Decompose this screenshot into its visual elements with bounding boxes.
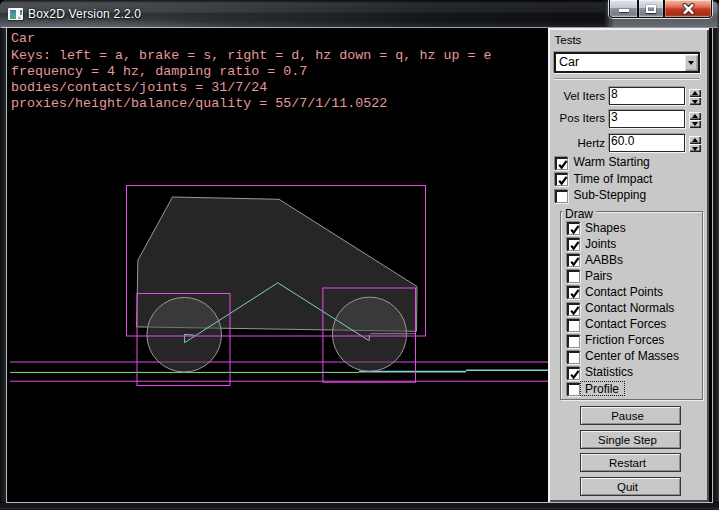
svg-text:Keys: left = a, brake = s, rig: Keys: left = a, brake = s, right = d, hz… xyxy=(11,48,491,63)
svg-text:proxies/height/balance/quality: proxies/height/balance/quality = 55/7/1/… xyxy=(11,96,387,111)
svg-text:Car: Car xyxy=(11,31,35,46)
svg-text:frequency = 4 hz, damping rati: frequency = 4 hz, damping ratio = 0.7 xyxy=(11,64,307,79)
svg-text:bodies/contacts/joints = 31/7/: bodies/contacts/joints = 31/7/24 xyxy=(11,80,267,95)
